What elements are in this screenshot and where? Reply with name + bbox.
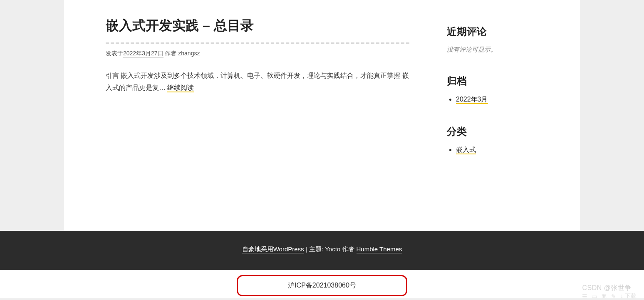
theme-text: 主题: Yocto 作者 bbox=[309, 245, 357, 253]
clip-icon: ⌘ bbox=[601, 293, 607, 298]
pencil-icon: ✎ bbox=[611, 293, 616, 298]
footer-separator: | bbox=[304, 245, 309, 253]
archive-link[interactable]: 2022年3月 bbox=[456, 96, 488, 104]
excerpt-text: 引言 嵌入式开发涉及到多个技术领域，计算机、电子、软硬件开发，理论与实践结合，才… bbox=[106, 72, 409, 91]
widget-recent-comments: 近期评论 没有评论可显示。 bbox=[447, 25, 563, 54]
widget-title-archive: 归档 bbox=[447, 74, 563, 88]
post-date-link[interactable]: 2022年3月27日 bbox=[123, 50, 163, 57]
widget-archive: 归档 2022年3月 bbox=[447, 74, 563, 104]
icp-bar: 沪ICP备2021038060号 CSDN @张世争 ☰ ▭ ⌘ ✎ ↓ 下载 bbox=[0, 270, 644, 298]
post-meta: 发表于2022年3月27日 作者 zhangsz bbox=[106, 50, 422, 57]
watermark: CSDN @张世争 bbox=[582, 284, 632, 293]
widget-title-comments: 近期评论 bbox=[447, 25, 563, 38]
post-title[interactable]: 嵌入式开发实践 – 总目录 bbox=[106, 17, 422, 35]
content-area: 嵌入式开发实践 – 总目录 发表于2022年3月27日 作者 zhangsz 引… bbox=[64, 0, 580, 231]
bottom-toolbar: ☰ ▭ ⌘ ✎ ↓ 下载 bbox=[582, 293, 637, 298]
post-author[interactable]: zhangsz bbox=[178, 50, 200, 57]
post-excerpt: 引言 嵌入式开发涉及到多个技术领域，计算机、电子、软硬件开发，理论与实践结合，才… bbox=[106, 70, 409, 94]
theme-author-link[interactable]: Humble Themes bbox=[357, 245, 402, 253]
list-item: 2022年3月 bbox=[456, 95, 563, 104]
category-link[interactable]: 嵌入式 bbox=[456, 146, 476, 154]
widget-categories: 分类 嵌入式 bbox=[447, 125, 563, 154]
title-separator bbox=[106, 42, 409, 44]
footer: 自豪地采用WordPress | 主题: Yocto 作者 Humble The… bbox=[0, 231, 644, 270]
author-prefix: 作者 bbox=[165, 50, 176, 57]
meta-prefix: 发表于 bbox=[106, 50, 123, 57]
sidebar: 近期评论 没有评论可显示。 归档 2022年3月 分类 嵌入式 bbox=[447, 0, 580, 214]
main-column: 嵌入式开发实践 – 总目录 发表于2022年3月27日 作者 zhangsz 引… bbox=[64, 0, 447, 214]
widget-title-categories: 分类 bbox=[447, 125, 563, 138]
image-icon: ▭ bbox=[592, 293, 597, 298]
wordpress-link[interactable]: 自豪地采用WordPress bbox=[242, 245, 304, 253]
comments-empty-text: 没有评论可显示。 bbox=[447, 46, 563, 54]
icp-number[interactable]: 沪ICP备2021038060号 bbox=[237, 275, 407, 296]
list-item: 嵌入式 bbox=[456, 146, 563, 154]
download-hint[interactable]: ↓ 下载 bbox=[620, 293, 637, 298]
shield-icon: ☰ bbox=[582, 293, 587, 298]
read-more-link[interactable]: 继续阅读 bbox=[167, 84, 194, 92]
